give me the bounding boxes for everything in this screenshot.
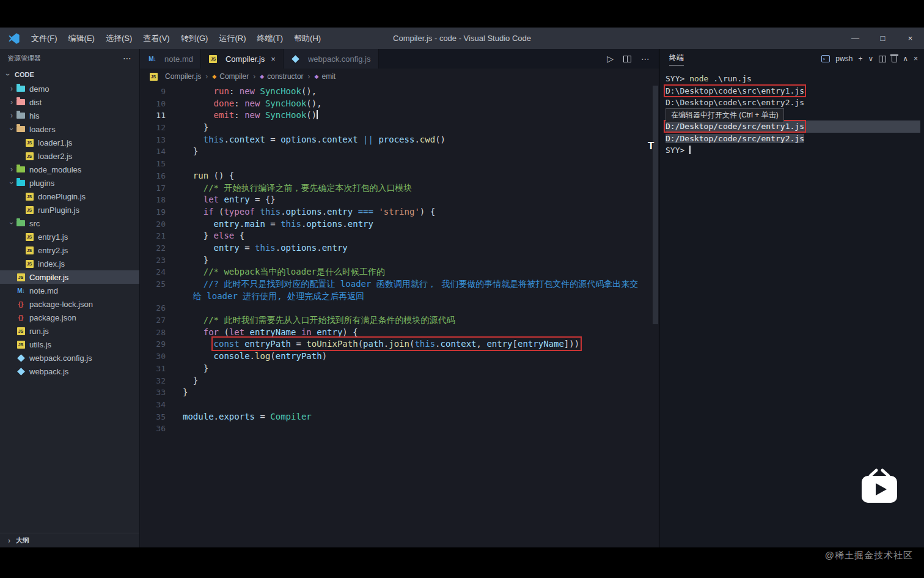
line-number[interactable]: 33 bbox=[140, 387, 166, 399]
line-number[interactable]: 28 bbox=[140, 327, 166, 339]
tree-item-webpack-js[interactable]: webpack.js bbox=[0, 365, 139, 378]
tree-item-index-js[interactable]: JSindex.js bbox=[0, 257, 139, 270]
run-file-button[interactable]: ▷ bbox=[607, 54, 614, 64]
breadcrumb-item-Compiler[interactable]: ◆Compiler bbox=[212, 72, 249, 81]
close-tab-icon[interactable]: × bbox=[271, 54, 276, 64]
close-panel-icon[interactable]: × bbox=[914, 54, 918, 63]
line-number[interactable]: 34 bbox=[140, 399, 166, 411]
breadcrumb-item-constructor[interactable]: ◆constructor bbox=[260, 72, 303, 81]
code-line[interactable]: 32 } bbox=[140, 375, 659, 387]
line-number[interactable]: 36 bbox=[140, 423, 166, 435]
minimize-button[interactable]: — bbox=[842, 28, 869, 49]
code-line[interactable]: 34 bbox=[140, 399, 659, 411]
line-number[interactable]: 35 bbox=[140, 411, 166, 423]
close-window-button[interactable]: × bbox=[897, 28, 924, 49]
terminal-line[interactable]: SYY> bbox=[666, 144, 924, 157]
menu-item[interactable]: 运行(R) bbox=[213, 31, 251, 46]
shell-name[interactable]: pwsh bbox=[835, 54, 853, 63]
code-line[interactable]: 27 //* 此时我们需要先从入口开始找到所有满足条件的模块的源代码 bbox=[140, 314, 659, 327]
code-line[interactable]: 18 let entry = {} bbox=[140, 194, 659, 206]
code-line[interactable]: 15 bbox=[140, 158, 659, 170]
line-number[interactable]: 12 bbox=[140, 122, 166, 134]
line-number[interactable]: 19 bbox=[140, 206, 166, 218]
tree-item-loader2-js[interactable]: JSloader2.js bbox=[0, 149, 139, 163]
line-number[interactable]: 26 bbox=[140, 302, 166, 314]
line-number[interactable]: 16 bbox=[140, 170, 166, 182]
split-terminal-icon[interactable] bbox=[879, 56, 886, 62]
line-number[interactable]: 21 bbox=[140, 230, 166, 242]
editor-more-actions-icon[interactable]: ⋯ bbox=[641, 54, 650, 64]
line-number[interactable]: 18 bbox=[140, 194, 166, 206]
line-number[interactable]: 29 bbox=[140, 338, 166, 350]
code-line[interactable]: 23 } bbox=[140, 254, 659, 267]
tree-item-run-js[interactable]: JSrun.js bbox=[0, 324, 139, 338]
tree-item-Compiler-js[interactable]: JSCompiler.js bbox=[0, 270, 139, 284]
code-line[interactable]: 17 //* 开始执行编译之前，要先确定本次打包的入口模块 bbox=[140, 182, 659, 195]
code-editor[interactable]: 9 run: new SyncHook(),10 done: new SyncH… bbox=[140, 84, 659, 547]
breadcrumb-item-emit[interactable]: ◆emit bbox=[315, 72, 336, 81]
tree-item-node-modules[interactable]: ›node_modules bbox=[0, 163, 139, 176]
tab-Compiler-js[interactable]: JSCompiler.js× bbox=[201, 49, 284, 69]
tree-item-plugins[interactable]: ›plugins bbox=[0, 176, 139, 190]
new-terminal-button[interactable]: + bbox=[858, 54, 862, 63]
code-line[interactable]: 21 } else { bbox=[140, 230, 659, 242]
explorer-section-code[interactable]: › CODE bbox=[0, 67, 139, 82]
menu-item[interactable]: 终端(T) bbox=[251, 31, 288, 46]
code-line[interactable]: 20 entry.main = this.options.entry bbox=[140, 218, 659, 231]
code-line[interactable]: 33} bbox=[140, 387, 659, 399]
tree-item-entry1-js[interactable]: JSentry1.js bbox=[0, 230, 139, 243]
explorer-more-actions-icon[interactable]: ⋯ bbox=[123, 53, 132, 63]
tree-item-package-lock-json[interactable]: {}package-lock.json bbox=[0, 297, 139, 311]
editor-scrollbar[interactable] bbox=[653, 86, 658, 324]
line-number[interactable]: 22 bbox=[140, 242, 166, 254]
line-number[interactable]: 25 bbox=[140, 278, 166, 291]
tree-item-utils-js[interactable]: JSutils.js bbox=[0, 338, 139, 351]
code-line[interactable]: 11 emit: new SyncHook() bbox=[140, 109, 659, 122]
tree-item-src[interactable]: ›src bbox=[0, 217, 139, 230]
terminal-line[interactable]: D:\Desktop\code\src\entry2.js bbox=[666, 97, 924, 109]
tree-item-his[interactable]: ›his bbox=[0, 109, 139, 122]
maximize-button[interactable]: □ bbox=[869, 28, 897, 49]
line-number[interactable]: 24 bbox=[140, 266, 166, 278]
code-line[interactable]: 31 } bbox=[140, 363, 659, 375]
line-number[interactable]: 9 bbox=[140, 86, 166, 98]
line-number[interactable]: 17 bbox=[140, 182, 166, 195]
code-line[interactable]: 29 const entryPath = toUnixPath(path.joi… bbox=[140, 338, 659, 350]
line-number[interactable]: 13 bbox=[140, 134, 166, 146]
split-editor-icon[interactable] bbox=[623, 56, 631, 62]
code-line[interactable]: 9 run: new SyncHook(), bbox=[140, 86, 659, 98]
kill-terminal-icon[interactable] bbox=[892, 56, 897, 62]
code-line[interactable]: 25 //? 此时不只是找到对应的配置让 loader 函数调用就行， 我们要做… bbox=[140, 278, 659, 291]
menu-item[interactable]: 选择(S) bbox=[100, 31, 138, 46]
tree-item-loader1-js[interactable]: JSloader1.js bbox=[0, 136, 139, 149]
breadcrumb-item-Compiler-js[interactable]: JSCompiler.js bbox=[148, 72, 201, 81]
code-line[interactable]: 14 } bbox=[140, 146, 659, 158]
tree-item-entry2-js[interactable]: JSentry2.js bbox=[0, 243, 139, 257]
code-line[interactable]: 给 loader 进行使用, 处理完成之后再返回 bbox=[140, 291, 659, 303]
menu-item[interactable]: 查看(V) bbox=[138, 31, 175, 46]
tree-item-demo[interactable]: ›demo bbox=[0, 82, 139, 95]
tree-item-runPlugin-js[interactable]: JSrunPlugin.js bbox=[0, 203, 139, 217]
line-number[interactable]: 27 bbox=[140, 314, 166, 327]
tree-item-dist[interactable]: ›dist bbox=[0, 95, 139, 109]
code-line[interactable]: 16 run () { bbox=[140, 170, 659, 182]
tab-note-md[interactable]: M↓note.md bbox=[140, 49, 201, 69]
tree-item-loaders[interactable]: ›loaders bbox=[0, 122, 139, 136]
line-number[interactable]: 32 bbox=[140, 375, 166, 387]
menu-item[interactable]: 转到(G) bbox=[175, 31, 214, 46]
tree-item-package-json[interactable]: {}package.json bbox=[0, 311, 139, 324]
line-number[interactable]: 23 bbox=[140, 254, 166, 267]
tree-item-webpack-config-js[interactable]: webpack.config.js bbox=[0, 351, 139, 365]
code-line[interactable]: 26 bbox=[140, 302, 659, 314]
code-line[interactable]: 35module.exports = Compiler bbox=[140, 411, 659, 423]
code-line[interactable]: 12 } bbox=[140, 122, 659, 134]
line-number[interactable]: 11 bbox=[140, 109, 166, 122]
terminal-line[interactable]: D:\Desktop\code\src\entry1.js bbox=[666, 85, 924, 97]
menu-item[interactable]: 文件(F) bbox=[26, 31, 63, 46]
menu-item[interactable]: 帮助(H) bbox=[288, 31, 326, 46]
tree-item-note-md[interactable]: M↓note.md bbox=[0, 284, 139, 297]
code-line[interactable]: 30 console.log(entryPath) bbox=[140, 350, 659, 363]
code-line[interactable]: 10 done: new SyncHook(), bbox=[140, 98, 659, 110]
terminal-dropdown-icon[interactable]: ∨ bbox=[868, 54, 873, 63]
code-line[interactable]: 13 this.context = options.context || pro… bbox=[140, 134, 659, 146]
